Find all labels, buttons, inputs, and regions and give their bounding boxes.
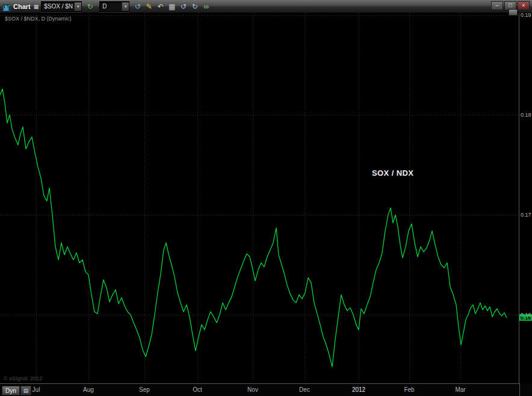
symbol-refresh-button[interactable]: ↻ [84,1,96,12]
dyn-grid-icon[interactable]: ▤ [20,386,31,395]
interval-combo-value: D [102,3,107,10]
x-axis-label: Sep [139,386,150,393]
chart-plot-area[interactable]: $SOX / $NDX, D (Dynamic) SOX / NDX © eSi… [0,13,532,383]
time-axis-bar[interactable]: Dyn ▤ JulAugSepOctNovDec2012FebMar [0,383,532,396]
x-axis-label: 2012 [352,386,365,393]
undo-button[interactable]: ↶ [155,1,166,12]
layout-badge-icon: ▦ [34,4,39,10]
x-axis-label: Oct [193,386,202,393]
axis-corner [519,383,532,396]
window-title: Chart [13,3,31,10]
y-axis-label: 0.17 [521,212,531,218]
link-icon: ∞ [203,2,209,11]
price-chart [0,13,519,383]
back-button[interactable]: ↺ [178,1,189,12]
chart-legend: $SOX / $NDX, D (Dynamic) [5,16,72,22]
interval-refresh-button[interactable]: ↺ [132,1,143,12]
chart-app-icon [2,3,11,10]
forward-button[interactable]: ↻ [189,1,200,12]
symbol-combo-value: $SOX / $N [44,3,73,10]
back-icon: ↺ [181,2,187,11]
y-axis-label: 0.19 [521,12,531,18]
link-button[interactable]: ∞ [200,1,212,12]
undo-icon: ↶ [158,2,164,11]
x-axis-label: Nov [247,386,258,393]
chart-text-annotation: SOX / NDX [372,169,413,178]
symbol-combo[interactable]: $SOX / $N ▼ [41,1,82,12]
close-button[interactable]: × [518,1,530,10]
chevron-down-icon[interactable]: ▼ [74,2,81,11]
symbol-refresh-icon: ↻ [87,2,93,11]
esignal-watermark: © eSignal, 2012 [4,376,42,382]
x-axis-label: Jul [32,386,40,393]
dyn-button[interactable]: Dyn [2,386,20,395]
draw-tools-button[interactable]: ✎ [143,1,155,12]
mdi-restore-button[interactable] [509,9,518,16]
x-axis-label: Dec [299,386,310,393]
interval-combo[interactable]: D ▼ [99,1,129,12]
chart-window: Chart ▦ $SOX / $N ▼ ↻ D ▼ ↺✎↶▦↺↻∞ – □ × … [0,0,532,396]
titlebar: Chart ▦ $SOX / $N ▼ ↻ D ▼ ↺✎↶▦↺↻∞ – □ × [0,0,532,13]
minimize-button[interactable]: – [491,1,503,10]
x-axis-label: Aug [83,386,94,393]
x-axis-label: Feb [404,386,414,393]
price-axis[interactable]: 0.16 0.190.180.170.16 [519,13,532,383]
interval-refresh-icon: ↺ [135,2,141,11]
quote-window-icon: ▦ [169,2,175,11]
y-axis-label: 0.16 [521,312,531,318]
draw-tools-icon: ✎ [146,2,152,11]
chevron-down-icon[interactable]: ▼ [122,2,129,11]
y-axis-label: 0.18 [521,112,531,118]
forward-icon: ↻ [192,2,198,11]
x-axis-label: Mar [455,386,465,393]
quote-window-button[interactable]: ▦ [166,1,178,12]
